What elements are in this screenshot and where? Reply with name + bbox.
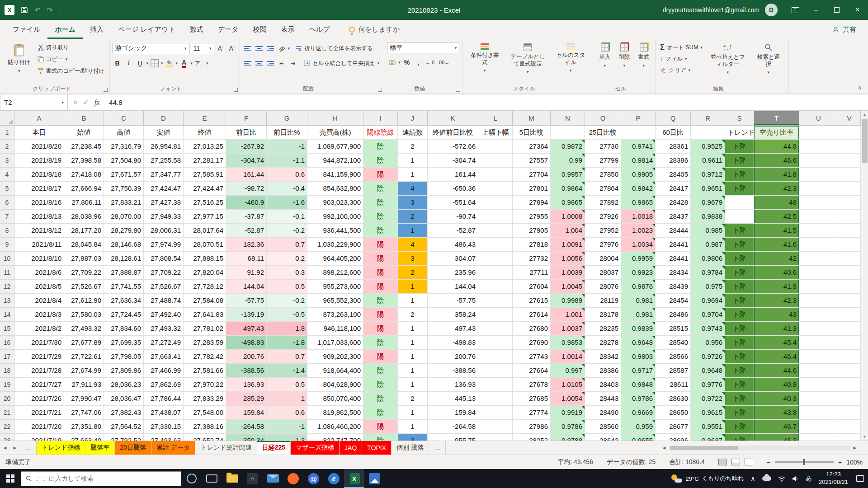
cell-I19[interactable]: 陰 <box>363 378 398 392</box>
cell-U14[interactable] <box>799 308 838 322</box>
cell-M16[interactable]: 27690 <box>513 336 551 350</box>
cell-O13[interactable]: 28119 <box>585 294 621 308</box>
cell-B8[interactable]: 28,177.20 <box>64 224 104 238</box>
cell-S10[interactable]: 下降 <box>725 252 754 266</box>
col-header-M[interactable]: M <box>513 111 551 126</box>
cell-D23[interactable]: 27,493.63 <box>144 434 184 441</box>
cell-F5[interactable]: -98.72 <box>226 182 267 196</box>
cell-F4[interactable]: 161.44 <box>226 168 267 182</box>
cell-F18[interactable]: -388.56 <box>226 364 267 378</box>
cell-R20[interactable]: 0.9722 <box>691 392 725 406</box>
share-button[interactable]: 共有 <box>833 25 856 34</box>
cell-J11[interactable]: 2 <box>398 266 428 280</box>
row-header-21[interactable]: 21 <box>0 406 14 420</box>
volume-icon[interactable] <box>792 476 799 482</box>
cell-M1[interactable]: 5日比較 <box>513 126 551 140</box>
cell-E19[interactable]: 27,970.22 <box>184 378 226 392</box>
cell-U18[interactable] <box>799 364 838 378</box>
cell-Q16[interactable]: 28540 <box>656 336 691 350</box>
cell-I22[interactable]: 陽 <box>363 420 398 434</box>
cell-K22[interactable]: -264.58 <box>428 420 478 434</box>
ribbon-tab-view[interactable]: 表示 <box>274 20 302 39</box>
cell-L12[interactable] <box>478 280 513 294</box>
cell-O7[interactable]: 27926 <box>585 210 621 224</box>
maximize-button[interactable] <box>826 0 847 20</box>
ribbon-tab-formulas[interactable]: 数式 <box>183 20 211 39</box>
row-header-19[interactable]: 19 <box>0 378 14 392</box>
cell-I5[interactable]: 陰 <box>363 182 398 196</box>
cell-O16[interactable]: 28278 <box>585 336 621 350</box>
col-header-A[interactable]: A <box>14 111 64 126</box>
shrink-font-button[interactable]: Aˇ <box>227 43 237 54</box>
cell-E4[interactable]: 27,585.91 <box>184 168 226 182</box>
cell-S18[interactable]: 下降 <box>725 364 754 378</box>
cell-B18[interactable]: 27,674.99 <box>64 364 104 378</box>
cell-C6[interactable]: 27,833.21 <box>104 196 144 210</box>
font-dialog-launcher[interactable] <box>234 88 238 92</box>
cell-P19[interactable]: 0.9848 <box>621 378 656 392</box>
font-name-combo[interactable]: 游ゴシック▾ <box>113 43 189 54</box>
cell-D10[interactable]: 27,808.54 <box>144 252 184 266</box>
zoom-level[interactable]: 100% <box>846 459 863 466</box>
cell-A6[interactable]: 2021/8/16 <box>14 196 64 210</box>
cell-J3[interactable]: 1 <box>398 154 428 168</box>
cell-N14[interactable]: 1.001 <box>551 308 585 322</box>
cell-N1[interactable] <box>551 126 585 140</box>
cell-H8[interactable]: 936,441,500 <box>307 224 363 238</box>
cell-I8[interactable]: 陰 <box>363 224 398 238</box>
cell-C9[interactable]: 28,146.68 <box>104 238 144 252</box>
row-header-4[interactable]: 4 <box>0 168 14 182</box>
account-avatar[interactable]: D <box>765 4 778 16</box>
cell-I18[interactable]: 陰 <box>363 364 398 378</box>
cell-P4[interactable]: 0.9905 <box>621 168 656 182</box>
cell-A20[interactable]: 2021/7/26 <box>14 392 64 406</box>
cell-R17[interactable]: 0.9726 <box>691 350 725 364</box>
cell-A8[interactable]: 2021/8/12 <box>14 224 64 238</box>
conditional-formatting-button[interactable]: 条件付き書式▾ <box>465 41 504 85</box>
cell-V23[interactable] <box>838 434 861 441</box>
cell-S6[interactable] <box>725 196 754 210</box>
cell-N16[interactable]: 0.9853 <box>551 336 585 350</box>
cell-K3[interactable]: -304.74 <box>428 154 478 168</box>
cell-R16[interactable]: 0.956 <box>691 336 725 350</box>
col-header-J[interactable]: J <box>398 111 428 126</box>
cell-A5[interactable]: 2021/8/17 <box>14 182 64 196</box>
paste-button[interactable]: 貼り付け▾ <box>5 41 34 85</box>
cell-D22[interactable]: 27,330.15 <box>144 420 184 434</box>
cell-U4[interactable] <box>799 168 838 182</box>
cell-D14[interactable]: 27,492.40 <box>144 308 184 322</box>
cell-J2[interactable]: 2 <box>398 140 428 154</box>
cell-P13[interactable]: 0.981 <box>621 294 656 308</box>
ribbon-tab-help[interactable]: ヘルプ <box>302 20 337 39</box>
cell-L2[interactable] <box>478 140 513 154</box>
cell-B1[interactable]: 始値 <box>64 126 104 140</box>
cell-D9[interactable]: 27,974.99 <box>144 238 184 252</box>
cell-O23[interactable]: 28642 <box>585 434 621 441</box>
ribbon-tab-insert[interactable]: 挿入 <box>83 20 111 39</box>
sheet-tab-トレンド統計関連[interactable]: トレンド統計関連 <box>195 441 257 455</box>
cell-D12[interactable]: 27,526.67 <box>144 280 184 294</box>
cell-C17[interactable]: 27,798.05 <box>104 350 144 364</box>
row-header-11[interactable]: 11 <box>0 266 14 280</box>
cell-E17[interactable]: 27,782.42 <box>184 350 226 364</box>
cell-H6[interactable]: 903,023,300 <box>307 196 363 210</box>
cell-E9[interactable]: 28,070.51 <box>184 238 226 252</box>
cell-J21[interactable]: 1 <box>398 406 428 420</box>
cell-E18[interactable]: 27,581.66 <box>184 364 226 378</box>
cell-P17[interactable]: 0.9803 <box>621 350 656 364</box>
ribbon-tab-data[interactable]: データ <box>211 20 246 39</box>
cell-C21[interactable]: 27,882.43 <box>104 406 144 420</box>
cell-H10[interactable]: 964,405,200 <box>307 252 363 266</box>
cell-V19[interactable] <box>838 378 861 392</box>
cell-S11[interactable]: 下降 <box>725 266 754 280</box>
cell-J15[interactable]: 1 <box>398 322 428 336</box>
cell-I21[interactable]: 陰 <box>363 406 398 420</box>
cell-E3[interactable]: 27,281.17 <box>184 154 226 168</box>
cell-H19[interactable]: 804,628,900 <box>307 378 363 392</box>
format-as-table-button[interactable]: テーブルとして書式設定▾ <box>506 41 549 85</box>
col-header-F[interactable]: F <box>226 111 267 126</box>
underline-button[interactable]: U <box>135 58 145 69</box>
cell-G8[interactable]: -0.2 <box>267 224 307 238</box>
cell-U1[interactable] <box>799 126 838 140</box>
cell-J13[interactable]: 1 <box>398 294 428 308</box>
